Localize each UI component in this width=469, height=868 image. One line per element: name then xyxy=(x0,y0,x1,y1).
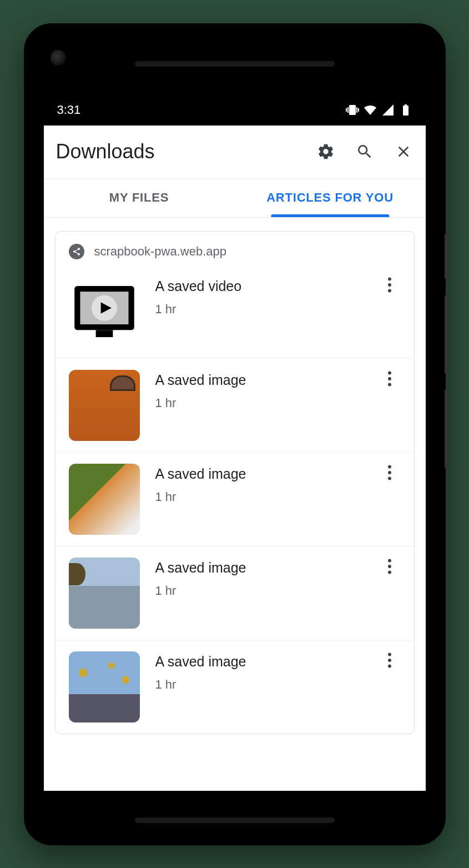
settings-button[interactable] xyxy=(316,142,336,162)
video-thumbnail-icon xyxy=(69,276,140,347)
item-time: 1 hr xyxy=(155,678,372,692)
share-icon xyxy=(72,247,81,256)
tab-my-files[interactable]: MY FILES xyxy=(44,179,235,217)
close-button[interactable] xyxy=(394,142,413,162)
thumbnail-image xyxy=(69,370,140,441)
tab-articles-for-you[interactable]: ARTICLES FOR YOU xyxy=(235,179,426,217)
page-title: Downloads xyxy=(56,140,316,163)
item-title: A saved video xyxy=(155,278,372,294)
item-time: 1 hr xyxy=(155,490,372,504)
phone-frame: 3:31 Downloads xyxy=(24,23,446,845)
item-time: 1 hr xyxy=(155,396,372,410)
svg-point-7 xyxy=(388,371,391,374)
phone-volume-down xyxy=(445,390,448,468)
status-time: 3:31 xyxy=(57,103,81,117)
thumbnail-image xyxy=(69,651,140,723)
item-title: A saved image xyxy=(155,372,372,388)
list-item[interactable]: A saved video 1 hr xyxy=(56,265,414,358)
domain-label: scrapbook-pwa.web.app xyxy=(94,244,226,259)
gear-icon xyxy=(317,143,335,160)
item-time: 1 hr xyxy=(155,584,372,598)
search-button[interactable] xyxy=(355,142,375,162)
close-icon xyxy=(395,143,412,160)
svg-point-6 xyxy=(388,289,391,292)
svg-point-12 xyxy=(388,476,391,480)
screen: 3:31 Downloads xyxy=(44,94,426,791)
svg-rect-2 xyxy=(95,330,113,337)
item-title: A saved image xyxy=(155,466,372,482)
content-area[interactable]: scrapbook-pwa.web.app xyxy=(44,218,426,791)
battery-icon xyxy=(399,103,412,117)
more-vert-icon xyxy=(387,559,392,574)
phone-speaker-top xyxy=(135,61,335,67)
svg-point-11 xyxy=(388,471,391,474)
svg-point-16 xyxy=(388,653,391,656)
list-item[interactable]: A saved image 1 hr xyxy=(56,546,414,640)
item-menu-button[interactable] xyxy=(387,370,401,389)
more-vert-icon xyxy=(387,371,392,387)
svg-point-13 xyxy=(388,559,391,562)
svg-point-9 xyxy=(388,383,391,386)
card-header: scrapbook-pwa.web.app xyxy=(56,232,414,265)
thumbnail-image xyxy=(69,558,140,629)
wifi-icon xyxy=(364,103,377,117)
svg-point-15 xyxy=(388,570,391,574)
item-menu-button[interactable] xyxy=(387,276,401,295)
status-bar: 3:31 xyxy=(44,94,426,126)
list-item[interactable]: A saved image 1 hr xyxy=(56,358,414,452)
status-icons xyxy=(346,103,412,117)
phone-volume-up xyxy=(445,295,448,373)
svg-point-14 xyxy=(388,565,391,568)
downloads-card: scrapbook-pwa.web.app xyxy=(55,231,415,734)
thumbnail-image xyxy=(69,464,140,535)
svg-point-10 xyxy=(388,465,391,468)
item-title: A saved image xyxy=(155,560,372,576)
item-title: A saved image xyxy=(155,654,372,670)
item-time: 1 hr xyxy=(155,302,372,317)
svg-point-17 xyxy=(388,659,391,662)
more-vert-icon xyxy=(387,277,392,293)
search-icon xyxy=(356,143,374,160)
svg-point-8 xyxy=(388,377,391,380)
phone-camera xyxy=(51,50,66,66)
phone-speaker-bottom xyxy=(135,817,335,823)
item-menu-button[interactable] xyxy=(387,464,401,483)
vibrate-icon xyxy=(346,103,359,117)
svg-point-4 xyxy=(388,277,391,280)
tabs: MY FILES ARTICLES FOR YOU xyxy=(44,179,426,218)
share-chip xyxy=(69,244,84,259)
item-menu-button[interactable] xyxy=(387,651,401,670)
item-menu-button[interactable] xyxy=(387,558,401,576)
more-vert-icon xyxy=(387,653,392,668)
thumbnail-video xyxy=(69,276,140,347)
app-bar: Downloads xyxy=(44,126,426,179)
list-item[interactable]: A saved image 1 hr xyxy=(56,640,414,734)
svg-point-18 xyxy=(388,664,391,668)
list-item[interactable]: A saved image 1 hr xyxy=(56,452,414,546)
signal-icon xyxy=(381,103,395,117)
more-vert-icon xyxy=(387,465,392,480)
phone-power-button xyxy=(445,234,448,279)
svg-point-5 xyxy=(388,283,391,287)
